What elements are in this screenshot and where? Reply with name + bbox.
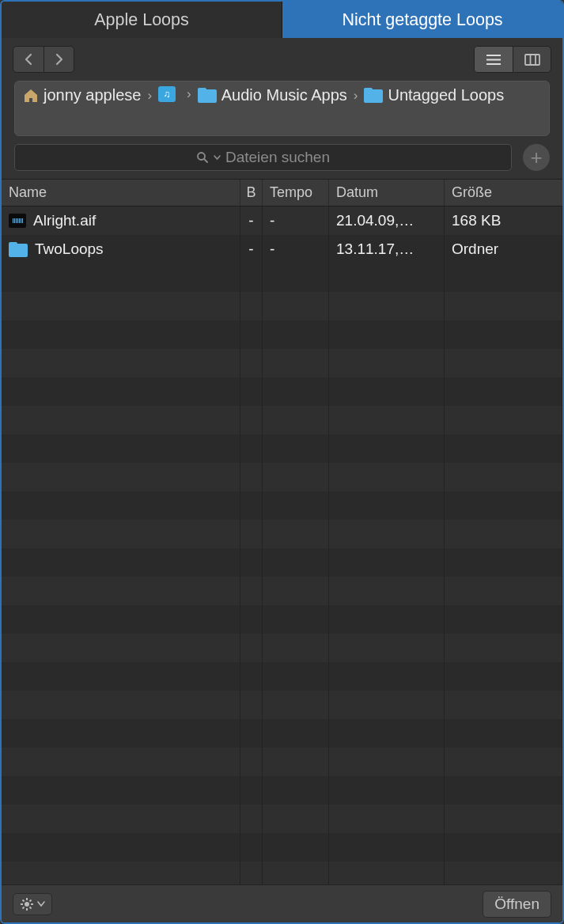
cell-tempo: - (263, 235, 329, 263)
tab-bar: Apple Loops Nicht getaggte Loops (2, 2, 562, 38)
svg-line-7 (204, 159, 207, 162)
svg-point-8 (25, 902, 29, 907)
cell-tempo: - (263, 206, 329, 235)
table-row[interactable]: Alright.aif - - 21.04.09,… 168 KB (2, 206, 562, 235)
breadcrumb-audio-apps[interactable]: Audio Music Apps › (198, 86, 360, 104)
breadcrumb-label: jonny applese (44, 86, 141, 104)
folder-icon (364, 88, 383, 103)
cell-size: Ordner (445, 235, 562, 263)
search-row: Dateien suchen + (2, 144, 562, 179)
audio-file-icon (9, 214, 26, 228)
file-name: TwoLoops (35, 240, 104, 258)
svg-line-15 (23, 907, 25, 908)
header-date[interactable]: Datum (329, 180, 445, 206)
home-icon (23, 88, 39, 104)
nav-group (13, 46, 74, 73)
breadcrumb-home[interactable]: jonny applese › (23, 86, 153, 104)
breadcrumb-untagged[interactable]: Untagged Loops (364, 86, 504, 104)
actions-menu-button[interactable] (13, 893, 52, 915)
music-folder-icon: ♫ (158, 86, 176, 102)
search-placeholder: Dateien suchen (225, 149, 330, 166)
breadcrumb-music[interactable]: ♫ › (158, 86, 193, 102)
chevron-right-icon: › (185, 86, 193, 102)
forward-button[interactable] (44, 47, 74, 72)
tab-apple-loops[interactable]: Apple Loops (2, 2, 282, 38)
cell-size: 168 KB (445, 206, 562, 235)
header-size[interactable]: Größe (445, 180, 562, 206)
breadcrumb-label: Untagged Loops (388, 86, 504, 104)
tab-untagged-loops[interactable]: Nicht getaggte Loops (282, 2, 562, 38)
list-view-button[interactable] (475, 47, 513, 72)
file-table: Name B Tempo Datum Größe Alright.aif - -… (2, 179, 562, 884)
chevron-left-icon (28, 59, 29, 60)
chevron-right-icon (59, 59, 59, 60)
svg-line-16 (30, 899, 32, 901)
header-name[interactable]: Name (2, 180, 240, 206)
folder-icon (198, 88, 217, 103)
columns-icon (524, 53, 541, 66)
back-button[interactable] (13, 47, 44, 72)
svg-rect-3 (525, 55, 539, 65)
column-view-button[interactable] (513, 47, 551, 72)
header-b[interactable]: B (240, 180, 263, 206)
plus-icon: + (530, 146, 542, 170)
file-name: Alright.aif (33, 212, 96, 229)
folder-icon (9, 242, 28, 257)
cell-b: - (240, 206, 263, 235)
footer-bar: Öffnen (2, 884, 562, 922)
header-tempo[interactable]: Tempo (263, 180, 329, 206)
search-input[interactable]: Dateien suchen (14, 144, 512, 171)
svg-line-13 (23, 899, 25, 901)
chevron-down-icon (37, 901, 45, 907)
list-icon (485, 53, 502, 66)
chevron-right-icon: › (352, 88, 360, 104)
gear-icon (20, 897, 34, 911)
cell-date: 13.11.17,… (329, 235, 445, 263)
table-body: Alright.aif - - 21.04.09,… 168 KB TwoLoo… (2, 206, 562, 884)
svg-line-14 (30, 907, 32, 908)
add-button[interactable]: + (523, 144, 550, 171)
toolbar (2, 38, 562, 81)
table-row[interactable]: TwoLoops - - 13.11.17,… Ordner (2, 235, 562, 263)
chevron-down-icon (214, 154, 221, 161)
path-bar[interactable]: jonny applese › ♫ › Audio Music Apps › U… (14, 81, 550, 136)
cell-b: - (240, 235, 263, 263)
chevron-right-icon: › (146, 88, 153, 104)
view-mode-group (474, 46, 551, 73)
table-header: Name B Tempo Datum Größe (2, 180, 562, 206)
cell-date: 21.04.09,… (329, 206, 445, 235)
breadcrumb-label: Audio Music Apps (221, 86, 347, 104)
open-button[interactable]: Öffnen (483, 891, 551, 918)
search-icon (196, 151, 209, 164)
